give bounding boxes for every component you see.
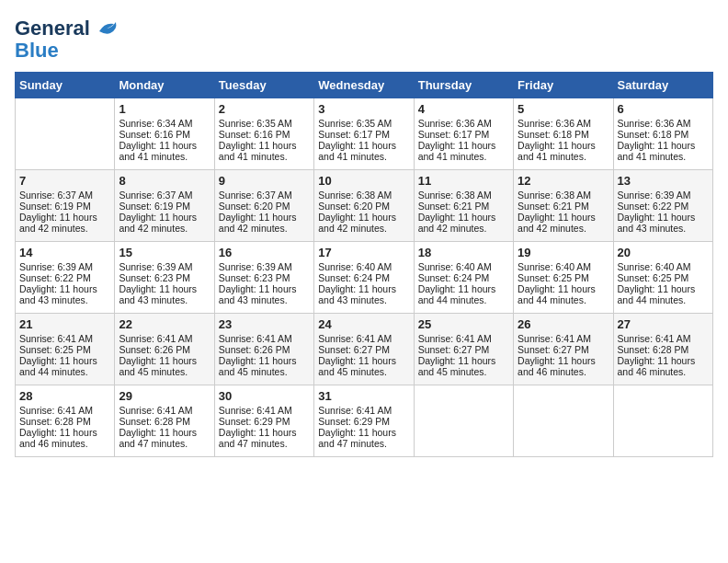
sunrise: Sunrise: 6:39 AM [618,190,691,201]
calendar-day-cell: 11Sunrise: 6:38 AMSunset: 6:21 PMDayligh… [414,170,513,242]
day-number: 1 [119,102,210,116]
day-of-week-header: Friday [514,73,613,98]
sunset: Sunset: 6:23 PM [219,272,290,283]
logo-general: General [15,17,90,40]
day-number: 5 [518,102,609,116]
daylight: Daylight: 11 hours and 42 minutes. [418,212,496,234]
sunset: Sunset: 6:18 PM [518,129,589,140]
sunrise: Sunrise: 6:40 AM [518,261,591,272]
day-number: 12 [518,174,609,188]
calendar-header-row: SundayMondayTuesdayWednesdayThursdayFrid… [16,73,713,98]
sunrise: Sunrise: 6:35 AM [318,118,392,129]
daylight: Daylight: 11 hours and 41 minutes. [119,140,197,162]
calendar-day-cell: 25Sunrise: 6:41 AMSunset: 6:27 PMDayligh… [414,314,513,385]
sunrise: Sunrise: 6:40 AM [618,261,691,272]
calendar-day-cell: 29Sunrise: 6:41 AMSunset: 6:28 PMDayligh… [115,385,214,457]
sunset: Sunset: 6:19 PM [19,201,91,212]
sunrise: Sunrise: 6:36 AM [618,118,691,129]
calendar-day-cell: 21Sunrise: 6:41 AMSunset: 6:25 PMDayligh… [16,314,115,385]
daylight: Daylight: 11 hours and 42 minutes. [119,212,197,234]
daylight: Daylight: 11 hours and 42 minutes. [518,212,596,234]
day-number: 17 [318,246,409,259]
sunrise: Sunrise: 6:35 AM [219,118,292,129]
day-number: 15 [119,246,210,259]
sunset: Sunset: 6:27 PM [418,344,490,355]
calendar-day-cell: 5Sunrise: 6:36 AMSunset: 6:18 PMDaylight… [514,98,613,170]
calendar-day-cell: 2Sunrise: 6:35 AMSunset: 6:16 PMDaylight… [214,98,313,170]
day-number: 19 [518,246,609,259]
daylight: Daylight: 11 hours and 47 minutes. [318,427,396,449]
day-number: 7 [19,174,110,188]
sunrise: Sunrise: 6:40 AM [418,261,492,272]
calendar-day-cell: 20Sunrise: 6:40 AMSunset: 6:25 PMDayligh… [613,242,712,314]
daylight: Daylight: 11 hours and 41 minutes. [618,140,696,162]
daylight: Daylight: 11 hours and 47 minutes. [219,427,297,449]
day-number: 20 [618,246,709,259]
sunset: Sunset: 6:26 PM [119,344,190,355]
calendar-day-cell [613,385,712,457]
sunrise: Sunrise: 6:38 AM [318,190,392,201]
logo-blue: Blue [15,39,59,63]
calendar-day-cell [414,385,513,457]
daylight: Daylight: 11 hours and 44 minutes. [418,283,496,305]
day-number: 18 [418,246,509,259]
calendar-week-row: 1Sunrise: 6:34 AMSunset: 6:16 PMDaylight… [16,98,713,170]
calendar-week-row: 7Sunrise: 6:37 AMSunset: 6:19 PMDaylight… [16,170,713,242]
calendar-day-cell: 23Sunrise: 6:41 AMSunset: 6:26 PMDayligh… [214,314,313,385]
day-number: 24 [318,317,409,331]
day-number: 27 [618,317,709,331]
day-number: 23 [219,317,310,331]
daylight: Daylight: 11 hours and 44 minutes. [518,283,596,305]
sunset: Sunset: 6:16 PM [219,129,290,140]
sunset: Sunset: 6:18 PM [618,129,689,140]
sunset: Sunset: 6:27 PM [518,344,589,355]
calendar-day-cell: 6Sunrise: 6:36 AMSunset: 6:18 PMDaylight… [613,98,712,170]
sunrise: Sunrise: 6:41 AM [119,333,192,344]
daylight: Daylight: 11 hours and 45 minutes. [418,355,496,377]
sunset: Sunset: 6:26 PM [219,344,290,355]
sunset: Sunset: 6:28 PM [19,416,91,427]
sunrise: Sunrise: 6:38 AM [518,190,591,201]
calendar-day-cell: 8Sunrise: 6:37 AMSunset: 6:19 PMDaylight… [115,170,214,242]
daylight: Daylight: 11 hours and 44 minutes. [19,355,97,377]
daylight: Daylight: 11 hours and 43 minutes. [618,212,696,234]
daylight: Daylight: 11 hours and 42 minutes. [19,212,97,234]
calendar-day-cell: 1Sunrise: 6:34 AMSunset: 6:16 PMDaylight… [115,98,214,170]
daylight: Daylight: 11 hours and 46 minutes. [19,427,97,449]
day-of-week-header: Saturday [613,73,712,98]
calendar-week-row: 14Sunrise: 6:39 AMSunset: 6:22 PMDayligh… [16,242,713,314]
sunset: Sunset: 6:25 PM [618,272,689,283]
daylight: Daylight: 11 hours and 42 minutes. [318,212,396,234]
day-number: 25 [418,317,509,331]
sunrise: Sunrise: 6:39 AM [219,261,292,272]
day-number: 21 [19,317,110,331]
sunset: Sunset: 6:19 PM [119,201,190,212]
day-number: 11 [418,174,509,188]
sunset: Sunset: 6:21 PM [418,201,490,212]
sunset: Sunset: 6:23 PM [119,272,190,283]
calendar-day-cell: 14Sunrise: 6:39 AMSunset: 6:22 PMDayligh… [16,242,115,314]
sunset: Sunset: 6:20 PM [219,201,290,212]
sunrise: Sunrise: 6:41 AM [518,333,591,344]
sunrise: Sunrise: 6:39 AM [119,261,192,272]
daylight: Daylight: 11 hours and 46 minutes. [618,355,696,377]
sunrise: Sunrise: 6:41 AM [219,405,292,416]
daylight: Daylight: 11 hours and 42 minutes. [219,212,297,234]
sunrise: Sunrise: 6:41 AM [418,333,492,344]
calendar-day-cell: 18Sunrise: 6:40 AMSunset: 6:24 PMDayligh… [414,242,513,314]
calendar-day-cell: 31Sunrise: 6:41 AMSunset: 6:29 PMDayligh… [314,385,414,457]
calendar-day-cell: 19Sunrise: 6:40 AMSunset: 6:25 PMDayligh… [514,242,613,314]
day-number: 10 [318,174,409,188]
daylight: Daylight: 11 hours and 45 minutes. [318,355,396,377]
sunset: Sunset: 6:25 PM [518,272,589,283]
day-number: 4 [418,102,509,116]
sunrise: Sunrise: 6:40 AM [318,261,392,272]
sunset: Sunset: 6:20 PM [318,201,390,212]
calendar-week-row: 28Sunrise: 6:41 AMSunset: 6:28 PMDayligh… [16,385,713,457]
calendar-day-cell: 4Sunrise: 6:36 AMSunset: 6:17 PMDaylight… [414,98,513,170]
calendar-day-cell: 16Sunrise: 6:39 AMSunset: 6:23 PMDayligh… [214,242,313,314]
day-of-week-header: Monday [115,73,214,98]
calendar-week-row: 21Sunrise: 6:41 AMSunset: 6:25 PMDayligh… [16,314,713,385]
sunset: Sunset: 6:17 PM [318,129,390,140]
calendar-day-cell: 17Sunrise: 6:40 AMSunset: 6:24 PMDayligh… [314,242,414,314]
